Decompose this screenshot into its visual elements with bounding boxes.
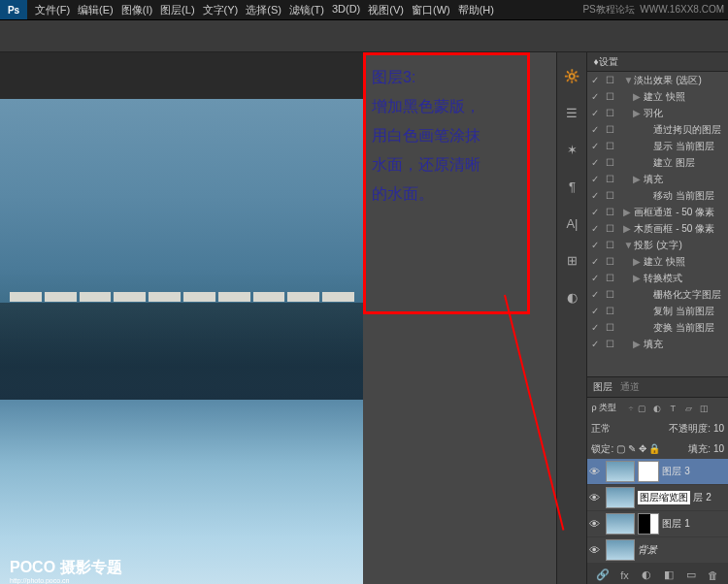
action-item[interactable]: ✓☐▶建立 快照 bbox=[587, 88, 728, 105]
action-dialog-icon[interactable]: ☐ bbox=[606, 240, 617, 250]
action-toggle-icon[interactable]: ✓ bbox=[591, 339, 603, 349]
trash-icon[interactable]: 🗑 bbox=[707, 568, 720, 582]
layer-name[interactable]: 图层 1 bbox=[662, 517, 689, 531]
action-dialog-icon[interactable]: ☐ bbox=[606, 190, 617, 201]
action-item[interactable]: ✓☐▶画框通道 - 50 像素 bbox=[587, 204, 728, 220]
layer-name[interactable]: 背景 bbox=[638, 543, 657, 557]
action-toggle-icon[interactable]: ✓ bbox=[591, 207, 603, 217]
action-toggle-icon[interactable]: ✓ bbox=[591, 240, 603, 250]
action-toggle-icon[interactable]: ✓ bbox=[591, 157, 603, 168]
action-dialog-icon[interactable]: ☐ bbox=[606, 322, 617, 333]
link-icon[interactable]: 🔗 bbox=[596, 568, 610, 582]
action-dialog-icon[interactable]: ☐ bbox=[606, 157, 617, 168]
panel-icon[interactable]: ☰ bbox=[563, 104, 580, 121]
filter-pixel-icon[interactable]: ▢ bbox=[635, 402, 648, 415]
fx-icon[interactable]: fx bbox=[618, 568, 632, 582]
disclosure-icon[interactable]: ▶ bbox=[633, 174, 641, 184]
disclosure-icon[interactable]: ▶ bbox=[633, 273, 641, 283]
action-item[interactable]: ✓☐复制 当前图层 bbox=[587, 303, 728, 319]
tab-layers[interactable]: 图层 bbox=[593, 380, 612, 394]
layer-row[interactable]: 👁 图层 3 bbox=[587, 459, 728, 485]
fill-value[interactable]: 10 bbox=[713, 443, 724, 454]
mask-icon[interactable]: ◐ bbox=[640, 568, 653, 582]
layer-thumb[interactable] bbox=[606, 461, 635, 482]
action-toggle-icon[interactable]: ✓ bbox=[591, 322, 603, 333]
adjustment-icon[interactable]: ◧ bbox=[662, 568, 676, 582]
menu-window[interactable]: 窗口(W) bbox=[412, 3, 450, 17]
layer-name[interactable]: 层 2 bbox=[693, 491, 711, 504]
menu-file[interactable]: 文件(F) bbox=[35, 3, 70, 17]
action-dialog-icon[interactable]: ☐ bbox=[606, 124, 617, 135]
visibility-icon[interactable]: 👁 bbox=[589, 544, 603, 556]
filter-kind[interactable]: ρ 类型 bbox=[591, 402, 626, 414]
action-toggle-icon[interactable]: ✓ bbox=[591, 223, 603, 234]
action-item[interactable]: ✓☐▶木质画框 - 50 像素 bbox=[587, 220, 728, 237]
action-dialog-icon[interactable]: ☐ bbox=[606, 207, 617, 217]
panel-icon[interactable]: A| bbox=[563, 214, 580, 232]
menu-type[interactable]: 文字(Y) bbox=[203, 3, 239, 17]
canvas-area[interactable]: POCO 摄影专题 http://photo.poco.cn bbox=[0, 52, 363, 584]
action-toggle-icon[interactable]: ✓ bbox=[591, 75, 603, 85]
action-item[interactable]: ✓☐▶转换模式 bbox=[587, 270, 728, 286]
layer-thumb[interactable] bbox=[606, 513, 635, 535]
action-dialog-icon[interactable]: ☐ bbox=[606, 273, 617, 283]
action-item[interactable]: ✓☐▶填充 bbox=[587, 336, 728, 352]
blend-mode[interactable]: 正常 bbox=[591, 422, 611, 436]
action-item[interactable]: ✓☐▶建立 快照 bbox=[587, 253, 728, 270]
disclosure-icon[interactable]: ▼ bbox=[623, 240, 631, 250]
layer-thumb[interactable] bbox=[606, 487, 635, 508]
action-item[interactable]: ✓☐移动 当前图层 bbox=[587, 187, 728, 204]
panel-icon[interactable]: ◐ bbox=[563, 288, 580, 306]
filter-shape-icon[interactable]: ▱ bbox=[681, 402, 695, 415]
action-toggle-icon[interactable]: ✓ bbox=[591, 124, 603, 135]
disclosure-icon[interactable]: ▶ bbox=[633, 91, 641, 102]
disclosure-icon[interactable]: ▶ bbox=[633, 339, 641, 349]
action-toggle-icon[interactable]: ✓ bbox=[591, 273, 603, 283]
tab-channels[interactable]: 通道 bbox=[620, 380, 640, 394]
action-toggle-icon[interactable]: ✓ bbox=[591, 306, 603, 316]
action-toggle-icon[interactable]: ✓ bbox=[591, 141, 603, 151]
opacity-value[interactable]: 10 bbox=[713, 423, 724, 434]
visibility-icon[interactable]: 👁 bbox=[589, 518, 603, 530]
menu-view[interactable]: 视图(V) bbox=[368, 3, 404, 17]
layer-row[interactable]: 👁 图层缩览图层 2 bbox=[587, 485, 728, 511]
action-item[interactable]: ✓☐▶填充 bbox=[587, 171, 728, 187]
menu-select[interactable]: 选择(S) bbox=[246, 3, 281, 17]
action-dialog-icon[interactable]: ☐ bbox=[606, 306, 617, 316]
disclosure-icon[interactable]: ▶ bbox=[633, 108, 641, 118]
action-item[interactable]: ✓☐▼投影 (文字) bbox=[587, 237, 728, 253]
layer-mask[interactable] bbox=[638, 461, 659, 482]
panel-icon[interactable]: ¶ bbox=[563, 178, 580, 195]
panel-icon[interactable]: ⊞ bbox=[563, 251, 580, 269]
action-toggle-icon[interactable]: ✓ bbox=[591, 289, 603, 300]
action-dialog-icon[interactable]: ☐ bbox=[606, 289, 617, 300]
layer-mask[interactable] bbox=[638, 513, 659, 535]
disclosure-icon[interactable]: ▶ bbox=[623, 223, 631, 234]
action-item[interactable]: ✓☐栅格化文字图层 bbox=[587, 286, 728, 303]
action-dialog-icon[interactable]: ☐ bbox=[606, 339, 617, 349]
panel-icon[interactable]: ✶ bbox=[563, 141, 580, 158]
action-dialog-icon[interactable]: ☐ bbox=[606, 256, 617, 267]
layer-thumb[interactable] bbox=[606, 539, 635, 561]
filter-smart-icon[interactable]: ◫ bbox=[697, 402, 711, 415]
disclosure-icon[interactable]: ▶ bbox=[623, 207, 631, 217]
action-toggle-icon[interactable]: ✓ bbox=[591, 190, 603, 201]
panel-icon[interactable]: 🔆 bbox=[563, 67, 580, 84]
action-dialog-icon[interactable]: ☐ bbox=[606, 223, 617, 234]
action-item[interactable]: ✓☐显示 当前图层 bbox=[587, 138, 728, 154]
disclosure-icon[interactable]: ▼ bbox=[623, 75, 631, 85]
action-dialog-icon[interactable]: ☐ bbox=[606, 108, 617, 118]
menu-image[interactable]: 图像(I) bbox=[121, 3, 152, 17]
action-item[interactable]: ✓☐通过拷贝的图层 bbox=[587, 121, 728, 138]
action-dialog-icon[interactable]: ☐ bbox=[606, 75, 617, 85]
menu-layer[interactable]: 图层(L) bbox=[160, 3, 194, 17]
visibility-icon[interactable]: 👁 bbox=[589, 466, 603, 477]
action-item[interactable]: ✓☐▼淡出效果 (选区) bbox=[587, 72, 728, 88]
action-dialog-icon[interactable]: ☐ bbox=[606, 91, 617, 102]
menu-3d[interactable]: 3D(D) bbox=[332, 3, 360, 17]
layer-row[interactable]: 👁 图层 1 bbox=[587, 511, 728, 537]
action-toggle-icon[interactable]: ✓ bbox=[591, 91, 603, 102]
menu-filter[interactable]: 滤镜(T) bbox=[289, 3, 324, 17]
new-layer-icon[interactable]: ▭ bbox=[684, 568, 698, 582]
layer-name[interactable]: 图层 3 bbox=[662, 465, 689, 478]
